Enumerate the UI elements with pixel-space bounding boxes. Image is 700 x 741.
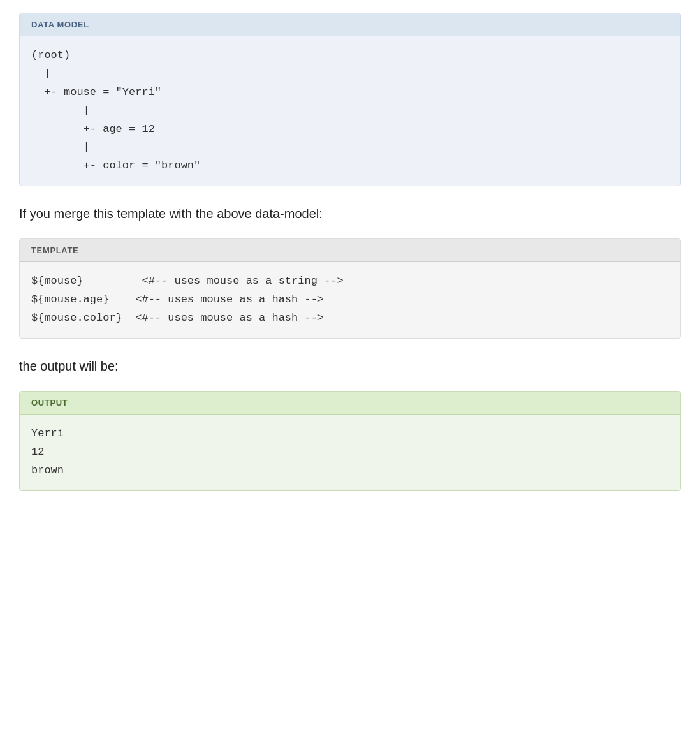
template-content: ${mouse} <#-- uses mouse as a string -->… bbox=[20, 262, 680, 338]
template-block: TEMPLATE ${mouse} <#-- uses mouse as a s… bbox=[19, 238, 681, 339]
output-block: OUTPUT Yerri 12 brown bbox=[19, 391, 681, 491]
prose-text-1: If you merge this template with the abov… bbox=[19, 204, 681, 223]
output-content: Yerri 12 brown bbox=[20, 415, 680, 490]
prose-text-2: the output will be: bbox=[19, 356, 681, 376]
template-header: TEMPLATE bbox=[20, 239, 680, 262]
data-model-content: (root) | +- mouse = "Yerri" | +- age = 1… bbox=[20, 36, 680, 186]
data-model-header: DATA MODEL bbox=[20, 13, 680, 36]
output-header: OUTPUT bbox=[20, 392, 680, 415]
data-model-block: DATA MODEL (root) | +- mouse = "Yerri" |… bbox=[19, 13, 681, 186]
